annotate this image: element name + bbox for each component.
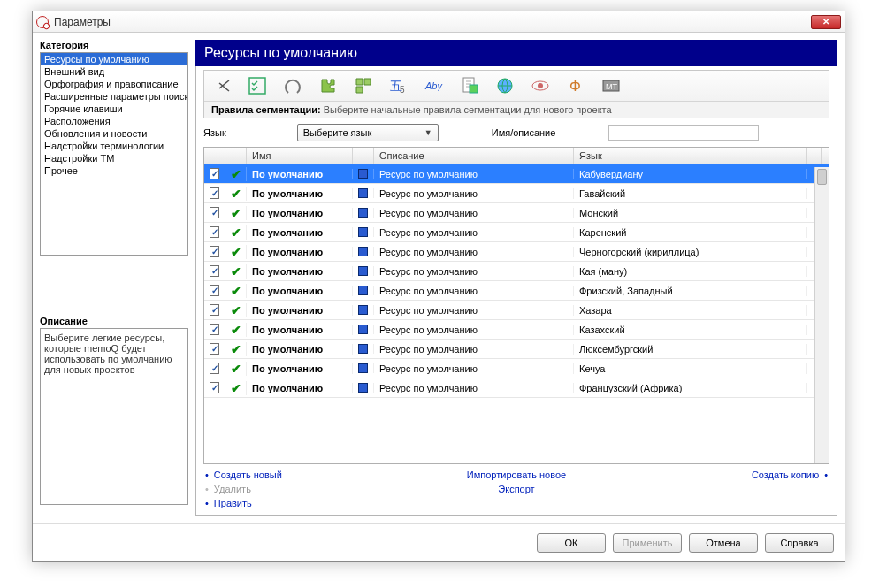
table-row[interactable]: ✔По умолчаниюРесурс по умолчаниюКазахски… — [204, 320, 829, 340]
table-row[interactable]: ✔По умолчаниюРесурс по умолчаниюМонский — [204, 203, 829, 223]
mt-icon[interactable]: MT — [599, 74, 623, 97]
category-item[interactable]: Надстройки TM — [41, 152, 187, 164]
cell-desc: Ресурс по умолчанию — [374, 286, 574, 296]
cell-desc: Ресурс по умолчанию — [374, 208, 574, 218]
name-filter-label: Имя/описание — [492, 127, 556, 138]
phi-icon[interactable]: Φ — [563, 74, 588, 97]
table-row[interactable]: ✔По умолчаниюРесурс по умолчаниюФризский… — [204, 281, 829, 301]
link-delete: •Удалить — [205, 484, 413, 494]
row-checkbox[interactable] — [210, 304, 219, 316]
link-import[interactable]: Импортировать новое — [413, 470, 621, 480]
horseshoe-icon[interactable] — [280, 74, 305, 97]
cell-lang: Черногорский (кириллица) — [574, 247, 807, 257]
row-checkbox[interactable] — [210, 265, 219, 277]
cell-lang: Хазара — [574, 305, 807, 316]
monitor-icon — [358, 286, 368, 295]
cell-name: По умолчанию — [247, 169, 353, 179]
col-desc[interactable]: Описание — [374, 148, 574, 164]
cell-desc: Ресурс по умолчанию — [374, 169, 574, 179]
table-row[interactable]: ✔По умолчаниюРесурс по умолчаниюГавайски… — [204, 184, 829, 203]
link-create-copy[interactable]: Создать копию• — [620, 470, 828, 480]
titlebar: Параметры ✕ — [33, 11, 845, 33]
table-row[interactable]: ✔По умолчаниюРесурс по умолчаниюФранцузс… — [204, 378, 829, 398]
monitor-icon — [358, 188, 368, 198]
row-checkbox[interactable] — [210, 207, 219, 218]
col-lang[interactable]: Язык — [574, 148, 807, 164]
cell-desc: Ресурс по умолчанию — [374, 363, 574, 374]
filter-bar: Язык Выберите язык ▼ Имя/описание — [203, 118, 829, 147]
link-create-new[interactable]: •Создать новый — [205, 470, 413, 480]
monitor-icon — [358, 383, 368, 393]
ok-button[interactable]: ОК — [537, 533, 606, 553]
category-list[interactable]: Ресурсы по умолчаниюВнешний видОрфографи… — [40, 52, 188, 256]
abc-icon[interactable]: Abγ — [422, 74, 447, 97]
check-icon: ✔ — [231, 362, 241, 376]
link-export[interactable]: Экспорт — [413, 484, 621, 494]
cell-lang: Кабувердиану — [574, 169, 807, 179]
puzzle-icon[interactable] — [316, 74, 340, 97]
check-icon: ✔ — [231, 381, 241, 395]
row-checkbox[interactable] — [210, 382, 219, 393]
category-item[interactable]: Горячие клавиши — [41, 103, 187, 115]
col-name[interactable]: Имя — [247, 148, 353, 164]
cell-desc: Ресурс по умолчанию — [374, 227, 574, 238]
row-checkbox[interactable] — [210, 324, 219, 335]
options-dialog: Параметры ✕ Категория Ресурсы по умолчан… — [32, 11, 845, 562]
link-edit[interactable]: •Править — [205, 498, 413, 508]
check-icon: ✔ — [231, 303, 241, 317]
table-row[interactable]: ✔По умолчаниюРесурс по умолчаниюКабуверд… — [204, 164, 829, 184]
row-checkbox[interactable] — [210, 343, 219, 355]
checklist-icon[interactable] — [245, 74, 270, 97]
toolbar-caption-text: Выберите начальные правила сегментации д… — [324, 104, 612, 115]
cancel-button[interactable]: Отмена — [689, 533, 758, 553]
category-item[interactable]: Ресурсы по умолчанию — [41, 53, 187, 65]
row-checkbox[interactable] — [210, 246, 219, 257]
row-checkbox[interactable] — [210, 226, 219, 238]
row-checkbox[interactable] — [210, 187, 219, 199]
cell-name: По умолчанию — [247, 383, 353, 393]
asian-char-icon[interactable]: 五5 — [386, 74, 411, 97]
table-row[interactable]: ✔По умолчаниюРесурс по умолчаниюКечуа — [204, 359, 829, 378]
table-row[interactable]: ✔По умолчаниюРесурс по умолчаниюЧерногор… — [204, 242, 829, 262]
table-row[interactable]: ✔По умолчаниюРесурс по умолчаниюКая (ман… — [204, 262, 829, 281]
name-filter-input[interactable] — [608, 125, 759, 141]
row-checkbox[interactable] — [210, 363, 219, 374]
help-button[interactable]: Справка — [765, 533, 834, 553]
vertical-scrollbar[interactable] — [814, 167, 829, 463]
cell-lang: Кечуа — [574, 363, 807, 374]
scrollbar-thumb[interactable] — [817, 169, 827, 185]
close-button[interactable]: ✕ — [811, 15, 841, 29]
monitor-icon — [358, 169, 368, 179]
category-item[interactable]: Прочее — [41, 164, 187, 177]
document-icon[interactable] — [457, 74, 482, 97]
eye-icon[interactable] — [528, 74, 553, 97]
monitor-icon — [358, 325, 368, 334]
category-label: Категория — [40, 40, 188, 50]
monitor-icon — [358, 344, 368, 354]
window-title: Параметры — [54, 16, 811, 28]
table-row[interactable]: ✔По умолчаниюРесурс по умолчаниюЛюксембу… — [204, 340, 829, 359]
category-item[interactable]: Внешний вид — [41, 65, 187, 78]
toolbar-caption: Правила сегментации: Выберите начальные … — [204, 101, 829, 118]
table-row[interactable]: ✔По умолчаниюРесурс по умолчаниюХазара — [204, 301, 829, 320]
puzzle-multi-icon[interactable] — [351, 74, 376, 97]
cell-desc: Ресурс по умолчанию — [374, 325, 574, 335]
row-checkbox[interactable] — [210, 168, 219, 179]
monitor-icon — [358, 247, 368, 256]
category-item[interactable]: Надстройки терминологии — [41, 140, 187, 152]
apply-button: Применить — [613, 533, 682, 553]
table-row[interactable]: ✔По умолчаниюРесурс по умолчаниюКаренски… — [204, 223, 829, 242]
globe-icon[interactable] — [493, 74, 517, 97]
svg-text:Abγ: Abγ — [424, 80, 443, 91]
scissors-icon[interactable] — [210, 74, 234, 97]
cell-name: По умолчанию — [247, 305, 353, 316]
row-checkbox[interactable] — [210, 285, 219, 296]
category-item[interactable]: Орфография и правописание — [41, 78, 187, 90]
lang-select[interactable]: Выберите язык ▼ — [297, 124, 439, 141]
category-item[interactable]: Обновления и новости — [41, 127, 187, 140]
cell-lang: Кая (ману) — [574, 266, 807, 277]
category-item[interactable]: Расположения — [41, 115, 187, 127]
cell-name: По умолчанию — [247, 344, 353, 355]
monitor-icon — [358, 266, 368, 276]
category-item[interactable]: Расширенные параметры поиска — [41, 90, 187, 103]
